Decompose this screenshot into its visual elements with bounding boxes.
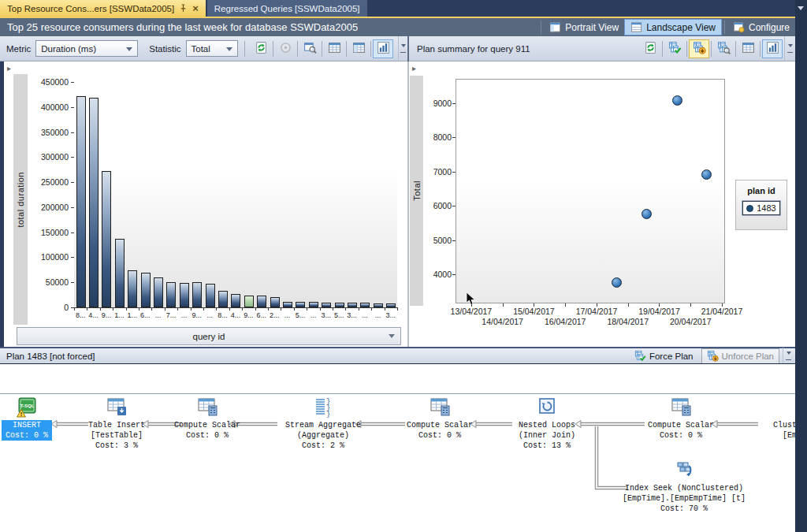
force-plan-icon <box>634 350 646 362</box>
plan-node-clustered[interactable]: Clustered[Emp] <box>725 397 795 441</box>
bar[interactable] <box>102 171 111 307</box>
report-title-bar: Top 25 resource consumers during the las… <box>0 18 795 36</box>
toolbar-overflow-button[interactable] <box>784 36 795 61</box>
configure-button[interactable]: Configure <box>727 19 795 35</box>
refresh-icon <box>644 41 657 56</box>
chart-view-icon <box>766 41 779 56</box>
plan-node-nested-loops[interactable]: Nested Loops(Inner Join)Cost: 13 % <box>478 397 616 451</box>
statistic-combo[interactable]: Total <box>186 40 238 57</box>
bar[interactable] <box>192 282 202 307</box>
x-axis-tick <box>281 307 281 311</box>
y-axis-tick-label: 450000 <box>28 77 69 87</box>
bar[interactable] <box>296 302 305 307</box>
execution-plan-canvas[interactable]: T-SQL!INSERTCost: 0 %Table Insert[TestTa… <box>0 393 795 532</box>
chevron-down-icon[interactable] <box>798 6 804 13</box>
x-axis-tick-label: 16/04/2017 <box>545 317 586 326</box>
bar[interactable] <box>218 291 228 307</box>
bar-selected-query[interactable] <box>244 296 254 307</box>
metric-toolbar: Metric Duration (ms) Statistic Total <box>0 36 407 61</box>
x-axis-tick <box>151 307 152 311</box>
chevron-right-icon[interactable]: ▸ <box>412 64 416 73</box>
y-axis-tick-label: 6000 <box>425 201 452 210</box>
bar[interactable] <box>309 302 318 307</box>
toolbar-grid-metrics-button[interactable] <box>324 39 344 58</box>
plan-toolbar-grid-view-button[interactable] <box>738 39 758 58</box>
divider <box>686 41 687 57</box>
plan-data-point[interactable] <box>672 95 682 106</box>
y-axis-tick <box>71 182 74 183</box>
landscape-view-button[interactable]: Landscape View <box>624 19 722 35</box>
toolbar-refresh-button[interactable] <box>251 39 271 58</box>
y-axis-tick <box>452 274 456 275</box>
tab-top-resource-consumers[interactable]: Top Resource Cons...ers [SSWData2005]× <box>0 0 206 17</box>
unforce-plan-button[interactable]: Unforce Plan <box>701 348 779 364</box>
plan-toolbar-chart-view-button[interactable] <box>762 39 783 58</box>
x-axis-tick <box>320 307 321 311</box>
resource-consumers-chart-panel: ▸ total duration query id 45000040000035… <box>4 61 407 347</box>
chevron-right-icon[interactable]: ▸ <box>7 64 11 73</box>
plan-title: Plan 1483 [not forced] <box>6 352 95 361</box>
plan-toolbar-unforce-plan-button[interactable] <box>689 39 709 58</box>
x-axis-tick <box>126 307 127 311</box>
y-axis-tick-label: 250000 <box>28 177 69 187</box>
x-axis-tick <box>371 307 372 311</box>
bar[interactable] <box>283 302 292 307</box>
x-axis-tick <box>177 307 178 311</box>
tab-regressed-queries[interactable]: Regressed Queries [SSWData2005] <box>207 0 367 17</box>
plan-toolbar-force-plan-button[interactable] <box>664 39 685 58</box>
toolbar-overflow-button[interactable] <box>783 348 794 364</box>
query-id-axis-combo[interactable]: query id <box>17 327 401 345</box>
page-title: Top 25 resource consumers during the las… <box>0 21 538 33</box>
bar[interactable] <box>115 239 125 307</box>
plan-toolbar-compare-plans-button[interactable] <box>713 39 734 58</box>
toolbar-grid-all-button[interactable] <box>348 39 369 58</box>
x-axis-tick-label: 13/04/2017 <box>451 307 493 316</box>
plan-toolbar-refresh-button[interactable] <box>640 39 660 58</box>
toolbar-row: Metric Duration (ms) Statistic Total Pla… <box>0 36 795 61</box>
bar[interactable] <box>180 283 189 307</box>
y-axis-tick <box>71 157 74 158</box>
divider <box>760 41 761 57</box>
plan-node-index-seek[interactable]: Index Seek (NonClustered)[EmpTime].[EmpE… <box>615 460 753 514</box>
divider <box>346 41 347 57</box>
bar[interactable] <box>76 96 86 307</box>
auto-refresh-icon <box>279 41 292 56</box>
configure-icon <box>733 21 745 33</box>
bar[interactable] <box>270 297 280 307</box>
metric-combo[interactable]: Duration (ms) <box>35 40 138 57</box>
x-axis-tick <box>165 307 165 311</box>
x-axis-tick-label: 21/04/2017 <box>701 307 743 316</box>
pin-icon[interactable] <box>180 4 187 13</box>
toolbar-chart-view-button[interactable] <box>373 39 393 58</box>
toolbar-overflow-button[interactable] <box>398 36 407 61</box>
y-axis-tick <box>71 233 74 233</box>
y-axis-tick <box>71 107 74 108</box>
bar-chart-plot-area <box>74 82 397 307</box>
x-axis-tick <box>690 303 691 307</box>
statistic-label: Statistic <box>149 44 180 54</box>
bar[interactable] <box>231 294 240 307</box>
close-icon[interactable]: × <box>192 5 199 13</box>
legend-item-plan[interactable]: 1483 <box>742 201 780 215</box>
compare-plans-icon <box>717 41 731 56</box>
x-axis-tick <box>242 307 243 311</box>
bar[interactable] <box>206 284 215 307</box>
force-plan-button[interactable]: Force Plan <box>630 349 698 363</box>
portrait-view-button[interactable]: Portrait View <box>544 19 624 35</box>
y-axis-tick-label: 300000 <box>28 152 69 162</box>
bar[interactable] <box>166 282 176 307</box>
plan-data-point[interactable] <box>701 169 712 180</box>
bar[interactable] <box>154 277 163 307</box>
y-axis-tick <box>452 137 456 138</box>
y-axis-tick <box>452 240 456 241</box>
bar[interactable] <box>128 270 137 307</box>
bar[interactable] <box>257 296 266 307</box>
bar[interactable] <box>141 273 151 307</box>
toolbar-view-query-text-button[interactable] <box>299 39 320 58</box>
toolbar-auto-refresh-button[interactable] <box>275 39 296 58</box>
y-axis-tick <box>71 257 74 258</box>
bar[interactable] <box>89 98 99 307</box>
divider <box>297 41 298 57</box>
query-text-pane[interactable]: Query 1: Query cost (relative to the bat… <box>0 363 795 393</box>
divider <box>711 41 712 57</box>
